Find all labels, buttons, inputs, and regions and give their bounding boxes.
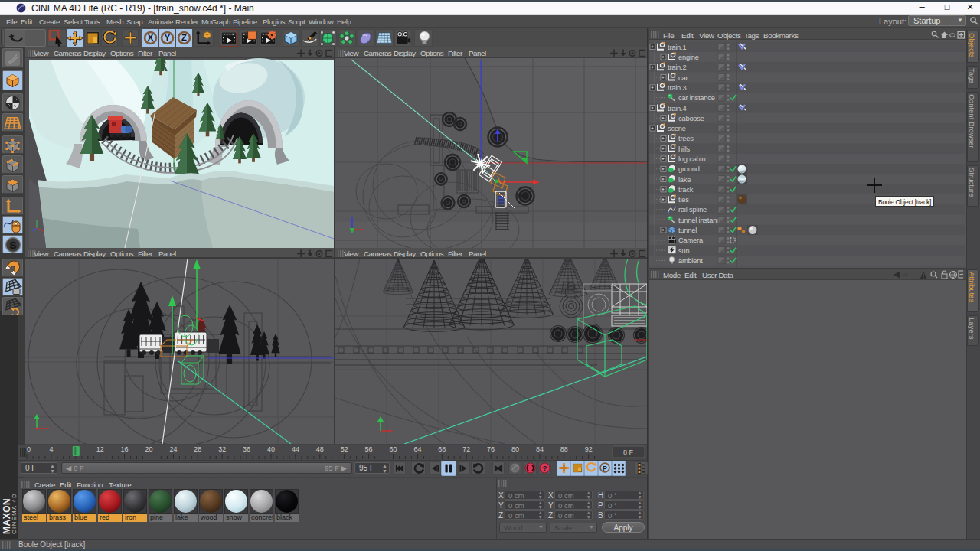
svg-text:lake: lake: [678, 176, 691, 184]
svg-text:Z: Z: [181, 33, 187, 42]
svg-text:0: 0: [27, 445, 31, 453]
svg-text:caboose: caboose: [678, 115, 704, 122]
svg-text:64: 64: [413, 445, 421, 453]
svg-text:12: 12: [96, 445, 104, 453]
svg-text:ties: ties: [678, 196, 689, 204]
svg-text:Y: Y: [165, 33, 171, 42]
svg-text:train.1: train.1: [668, 44, 686, 51]
svg-text:track: track: [678, 186, 694, 194]
svg-text:scene: scene: [668, 125, 686, 132]
svg-text:train.2: train.2: [668, 64, 686, 71]
svg-text:rail spline: rail spline: [678, 206, 707, 214]
svg-text:ground: ground: [678, 165, 700, 173]
svg-text:log cabin: log cabin: [678, 155, 705, 163]
svg-text:Camera: Camera: [678, 236, 704, 244]
svg-text:tunnel: tunnel: [678, 227, 697, 234]
svg-text:train.4: train.4: [668, 105, 686, 112]
svg-text:sun: sun: [678, 247, 689, 255]
svg-text:car: car: [678, 74, 688, 82]
svg-text:trees: trees: [678, 135, 694, 142]
svg-text:P: P: [603, 465, 607, 472]
svg-text:72: 72: [462, 445, 470, 453]
svg-text:24: 24: [169, 445, 177, 453]
svg-text:76: 76: [487, 445, 495, 453]
svg-text:car instance: car instance: [678, 94, 715, 102]
svg-text:52: 52: [341, 445, 348, 453]
svg-text:92: 92: [585, 445, 593, 453]
svg-text:engine: engine: [678, 54, 699, 61]
svg-text:16: 16: [121, 445, 129, 453]
svg-text:ambient: ambient: [678, 257, 703, 265]
svg-text:60: 60: [389, 445, 397, 453]
svg-text:hills: hills: [678, 145, 691, 153]
svg-text:28: 28: [194, 445, 201, 453]
svg-text:40: 40: [267, 445, 275, 453]
svg-text:4: 4: [49, 445, 53, 453]
svg-text:8 F: 8 F: [623, 448, 634, 456]
svg-text:44: 44: [292, 445, 299, 453]
svg-text:84: 84: [536, 445, 544, 453]
svg-text:36: 36: [243, 445, 250, 453]
svg-text:32: 32: [218, 445, 226, 453]
svg-text:X: X: [148, 33, 154, 42]
svg-text:tunnel instance: tunnel instance: [678, 217, 724, 224]
svg-text:80: 80: [511, 445, 519, 453]
svg-text:S: S: [9, 240, 16, 251]
svg-text:20: 20: [145, 445, 152, 453]
svg-text:train.3: train.3: [668, 84, 686, 92]
svg-text:88: 88: [560, 445, 568, 453]
svg-text:68: 68: [438, 445, 446, 453]
svg-text:?: ?: [543, 465, 547, 472]
svg-text:56: 56: [365, 445, 373, 453]
svg-text:48: 48: [316, 445, 324, 453]
